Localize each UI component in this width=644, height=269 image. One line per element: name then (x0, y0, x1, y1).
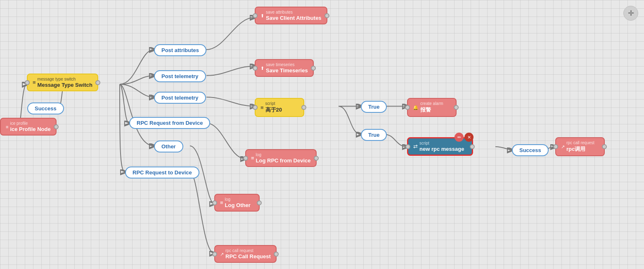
switch-port-left (25, 80, 30, 85)
create-alarm-port-right (454, 105, 459, 110)
create-alarm-node[interactable]: create alarm 报警 (407, 98, 457, 117)
true-2-title: True (368, 132, 379, 138)
save-client-port-right (324, 13, 329, 18)
conn-script-true2 (339, 106, 361, 134)
add-button[interactable]: ✛ (623, 6, 638, 21)
conn-posttel1-savetim (206, 66, 255, 76)
create-alarm-label: create alarm (420, 101, 443, 106)
log-rpc-node[interactable]: log Log RPC from Device (245, 149, 317, 167)
log-other-title: Log Other (225, 202, 251, 208)
rpc-to-device-title: RPC Request to Device (133, 169, 192, 176)
script-title: 高于20 (265, 106, 282, 114)
device-profile-node[interactable]: ice profile ice Profile Node (0, 118, 57, 136)
log-rpc-port-left (243, 156, 248, 161)
post-telemetry-2-title: Post telemetry (161, 95, 199, 101)
success-right-node[interactable]: Success (512, 144, 549, 156)
rpc-call-port-left (212, 252, 217, 257)
post-attributes-node[interactable]: Post attributes (154, 44, 206, 56)
true-label-2-node[interactable]: True (361, 129, 387, 141)
conn-postattr-saveclient (206, 17, 255, 50)
switch-label: message type switch (38, 77, 92, 81)
create-alarm-title: 报警 (420, 106, 443, 114)
save-client-title: Save Client Attributes (266, 15, 322, 21)
upload-icon-1 (260, 13, 264, 19)
rpc-call-request-right-node[interactable]: rpc call request rpc调用 (555, 137, 605, 156)
conn-switch-other (120, 84, 154, 146)
log-rpc-title: Log RPC from Device (256, 157, 311, 164)
save-timeseries-label: save timeseries (266, 62, 308, 67)
conn-switch-posttel1 (120, 76, 154, 84)
save-client-attributes-node[interactable]: save attributes Save Client Attributes (255, 7, 327, 24)
log-other-port-left (212, 200, 217, 205)
rpc-right-port-left (553, 144, 558, 149)
rpc-right-label: rpc call request (566, 140, 594, 145)
log-other-label: log (225, 197, 251, 202)
message-type-switch-node[interactable]: message type switch Message Type Switch (27, 74, 98, 91)
new-rpc-label: script (419, 141, 464, 145)
rpc-call-port-right (274, 252, 279, 257)
conn-rpctodv-rpccall (190, 172, 214, 253)
post-attributes-title: Post attributes (161, 47, 199, 53)
conn-posttel2-script (206, 97, 255, 106)
switch-port-right (95, 80, 100, 85)
connections-layer (0, 0, 644, 269)
device-profile-port-right (54, 124, 59, 129)
rpc-request-from-device-node[interactable]: RPC Request from Device (129, 117, 210, 129)
rpc-right-title: rpc调用 (566, 145, 594, 153)
save-timeseries-title: Save Timeseries (266, 67, 308, 74)
conn-rpc-log (206, 123, 245, 159)
device-profile-title: ice Profile Node (10, 126, 50, 132)
save-timeseries-port-left (253, 66, 258, 71)
rpc-call-request-bottom-node[interactable]: rpc call request RPC Call Request (214, 245, 277, 263)
log-rpc-icon (251, 155, 254, 161)
true-label-1-node[interactable]: True (361, 101, 387, 113)
switch-icon (33, 79, 36, 86)
save-timeseries-port-right (311, 66, 316, 71)
conn-true2-newrpc (384, 134, 407, 147)
switch-title: Message Type Switch (38, 82, 92, 88)
delete-button[interactable]: ✕ (464, 133, 474, 142)
other-title: Other (161, 143, 176, 150)
success-right-title: Success (519, 147, 541, 153)
save-client-label: save attributes (266, 10, 322, 14)
rpc-from-device-title: RPC Request from Device (137, 120, 203, 126)
alarm-icon (413, 105, 419, 110)
edit-button[interactable]: ✏ (455, 133, 464, 142)
upload-icon-2 (260, 65, 264, 71)
node-actions: ✏ ✕ (455, 133, 474, 142)
rpc-request-to-device-node[interactable]: RPC Request to Device (125, 167, 199, 179)
log-other-icon (220, 200, 223, 206)
rpc-right-icon (561, 144, 565, 150)
log-rpc-label: log (256, 152, 311, 157)
conn-switch-posttel2 (120, 84, 154, 97)
script-icon (260, 105, 264, 111)
post-telemetry-1-title: Post telemetry (161, 73, 199, 79)
save-timeseries-node[interactable]: save timeseries Save Timeseries (255, 59, 314, 77)
save-client-port-left (253, 13, 258, 18)
success-left-node[interactable]: Success (27, 102, 64, 114)
other-node[interactable]: Other (154, 140, 183, 152)
post-telemetry-1-node[interactable]: Post telemetry (154, 70, 206, 82)
device-profile-label: ice profile (10, 121, 50, 126)
true-1-title: True (368, 104, 379, 110)
conn-newrpc-success (495, 147, 512, 150)
script-node[interactable]: script 高于20 (255, 98, 304, 117)
rpc-call-label: rpc call request (225, 248, 271, 253)
create-alarm-port-left (405, 105, 410, 110)
script-port-left (253, 105, 258, 110)
new-rpc-title: new rpc message (419, 146, 464, 152)
new-rpc-message-node[interactable]: ✏ ✕ script new rpc message (407, 137, 473, 156)
new-rpc-port-left (405, 144, 410, 149)
log-rpc-port-right (314, 156, 319, 161)
conn-switch-rpctodv (120, 84, 125, 172)
script-port-right (301, 105, 306, 110)
conn-switch-postattr (120, 50, 154, 84)
workflow-canvas[interactable]: ✛ ice profile ice Profile Node message t… (0, 0, 644, 269)
post-telemetry-2-node[interactable]: Post telemetry (154, 92, 206, 104)
conn-switch-rpcfromdev (120, 84, 129, 123)
script-label: script (265, 101, 282, 106)
plus-icon: ✛ (628, 9, 634, 18)
success-left-title: Success (35, 105, 57, 112)
log-other-node[interactable]: log Log Other (214, 194, 260, 212)
log-other-port-right (257, 200, 262, 205)
